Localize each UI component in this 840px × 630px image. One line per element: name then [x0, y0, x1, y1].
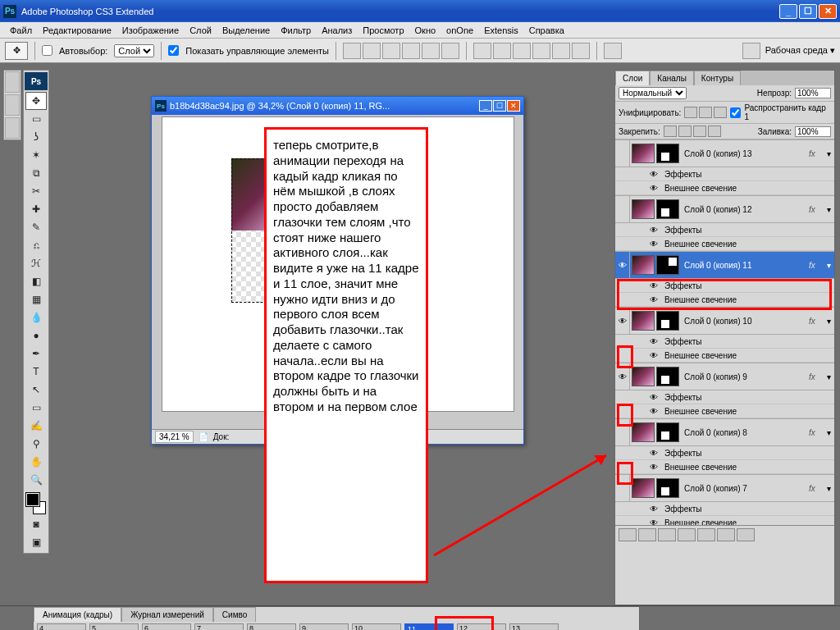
- unify-icon[interactable]: [699, 107, 712, 118]
- tab-layers[interactable]: Слои: [615, 71, 650, 85]
- dist-icon[interactable]: [552, 43, 570, 59]
- visibility-toggle[interactable]: 👁: [615, 307, 630, 335]
- visibility-toggle[interactable]: 👁: [615, 251, 630, 279]
- fill-value[interactable]: 100%: [795, 126, 831, 137]
- menu-layer[interactable]: Слой: [185, 24, 217, 37]
- workspace-icon[interactable]: [742, 43, 760, 59]
- slice-tool[interactable]: ✂: [25, 182, 47, 200]
- animation-frame[interactable]: 110 сек. ▾: [404, 623, 454, 630]
- menu-window[interactable]: Окно: [410, 24, 441, 37]
- align-icon[interactable]: [402, 43, 420, 59]
- dist-icon[interactable]: [493, 43, 511, 59]
- animation-frame[interactable]: 130 сек. ▾: [509, 623, 559, 630]
- menu-extensis[interactable]: Extensis: [479, 24, 523, 37]
- screenmode-icon[interactable]: ▣: [25, 533, 47, 551]
- gradient-tool[interactable]: ▦: [25, 290, 47, 308]
- color-swatches[interactable]: [25, 492, 47, 515]
- doc-min-button[interactable]: _: [479, 100, 492, 112]
- blendmode-select[interactable]: Нормальный: [619, 87, 687, 99]
- show-controls-checkbox[interactable]: [168, 45, 179, 56]
- unify-icon[interactable]: [714, 107, 727, 118]
- autoselect-select[interactable]: Слой: [114, 44, 154, 57]
- lock-icon[interactable]: [708, 126, 721, 137]
- fx-row[interactable]: 👁Эффекты: [615, 167, 834, 181]
- shape-tool[interactable]: ▭: [25, 399, 47, 417]
- menu-file[interactable]: Файл: [5, 24, 37, 37]
- hand-tool[interactable]: ✋: [25, 453, 47, 471]
- tool-indicator[interactable]: ✥: [5, 42, 28, 60]
- visibility-toggle[interactable]: [615, 139, 630, 167]
- menu-select[interactable]: Выделение: [217, 24, 275, 37]
- path-tool[interactable]: ↖: [25, 381, 47, 399]
- layer-row[interactable]: 👁 Слой 0 (копия) 11 fx▾: [615, 251, 834, 279]
- maximize-button[interactable]: ☐: [799, 4, 817, 19]
- fx-row[interactable]: 👁Внешнее свечение: [615, 516, 834, 525]
- fx-indicator[interactable]: fx: [809, 484, 824, 493]
- dist-icon[interactable]: [473, 43, 491, 59]
- animation-frame[interactable]: 60 сек. ▾: [142, 623, 191, 630]
- dist-icon[interactable]: [532, 43, 550, 59]
- animation-frame[interactable]: 100 сек. ▾: [352, 623, 401, 630]
- animation-frame[interactable]: 120 сек. ▾: [457, 623, 506, 630]
- brush-tool[interactable]: ✎: [25, 218, 47, 236]
- animation-frame[interactable]: 80 сек. ▾: [247, 623, 296, 630]
- visibility-toggle[interactable]: [615, 474, 630, 502]
- fx-row[interactable]: 👁Внешнее свечение: [615, 349, 834, 363]
- menu-onone[interactable]: onOne: [441, 24, 478, 37]
- menu-view[interactable]: Просмотр: [358, 24, 409, 37]
- layer-row[interactable]: 👁 Слой 0 (копия) 9 fx▾: [615, 363, 834, 390]
- layer-row[interactable]: Слой 0 (копия) 8 fx▾: [615, 418, 834, 446]
- lasso-tool[interactable]: ʖ: [25, 128, 47, 146]
- tab-channels[interactable]: Каналы: [650, 71, 694, 85]
- minimize-button[interactable]: _: [779, 4, 797, 19]
- new-layer-icon[interactable]: [717, 528, 735, 541]
- align-icon[interactable]: [422, 43, 440, 59]
- tab-paths[interactable]: Контуры: [694, 71, 741, 85]
- animation-frame[interactable]: 70 сек. ▾: [194, 623, 244, 630]
- layer-row[interactable]: Слой 0 (копия) 13 fx▾: [615, 139, 834, 167]
- move-tool[interactable]: ✥: [25, 92, 47, 110]
- zoom-tool[interactable]: 🔍: [25, 471, 47, 489]
- fx-row[interactable]: 👁Внешнее свечение: [615, 460, 834, 474]
- autoselect-checkbox[interactable]: [42, 45, 52, 56]
- align-icon[interactable]: [363, 43, 381, 59]
- visibility-toggle[interactable]: 👁: [615, 363, 630, 390]
- fx-row[interactable]: 👁Внешнее свечение: [615, 181, 834, 195]
- quickmask-icon[interactable]: ◙: [25, 515, 47, 533]
- misc-icon[interactable]: [604, 43, 622, 59]
- layer-row[interactable]: 👁 Слой 0 (копия) 10 fx▾: [615, 307, 834, 335]
- fx-row[interactable]: 👁Эффекты: [615, 390, 834, 404]
- fx-indicator[interactable]: fx: [809, 149, 824, 158]
- fx-indicator[interactable]: fx: [809, 428, 824, 437]
- eyedropper-tool[interactable]: ⚲: [25, 435, 47, 453]
- dist-icon[interactable]: [513, 43, 531, 59]
- stamp-tool[interactable]: ⎌: [25, 236, 47, 254]
- healing-tool[interactable]: ✚: [25, 200, 47, 218]
- align-icon[interactable]: [382, 43, 400, 59]
- collapsed-panels[interactable]: [3, 70, 21, 140]
- tab-symbols[interactable]: Симво: [213, 607, 256, 622]
- propagate-checkbox[interactable]: [730, 107, 741, 118]
- fx-row[interactable]: 👁Эффекты: [615, 279, 834, 293]
- fx-indicator[interactable]: fx: [809, 205, 824, 214]
- layer-row[interactable]: Слой 0 (копия) 12 fx▾: [615, 195, 834, 223]
- layer-row[interactable]: Слой 0 (копия) 7 fx▾: [615, 474, 834, 502]
- fx-row[interactable]: 👁Внешнее свечение: [615, 404, 834, 418]
- fx-row[interactable]: 👁Эффекты: [615, 335, 834, 349]
- dist-icon[interactable]: [572, 43, 590, 59]
- menu-analysis[interactable]: Анализ: [317, 24, 357, 37]
- fx-row[interactable]: 👁Эффекты: [615, 502, 834, 516]
- animation-frame[interactable]: 90 сек. ▾: [299, 623, 349, 630]
- history-brush-tool[interactable]: ℋ: [25, 254, 47, 272]
- eraser-tool[interactable]: ◧: [25, 272, 47, 290]
- align-icon[interactable]: [441, 43, 459, 59]
- fx-indicator[interactable]: fx: [809, 317, 824, 326]
- fx-row[interactable]: 👁Внешнее свечение: [615, 293, 834, 307]
- folder-icon[interactable]: [697, 528, 715, 541]
- notes-tool[interactable]: ✍: [25, 417, 47, 435]
- animation-frame[interactable]: 50 сек. ▾: [89, 623, 139, 630]
- fx-indicator[interactable]: fx: [809, 372, 824, 381]
- dodge-tool[interactable]: ●: [25, 326, 47, 345]
- mask-icon[interactable]: [658, 528, 676, 541]
- crop-tool[interactable]: ⧉: [25, 164, 47, 182]
